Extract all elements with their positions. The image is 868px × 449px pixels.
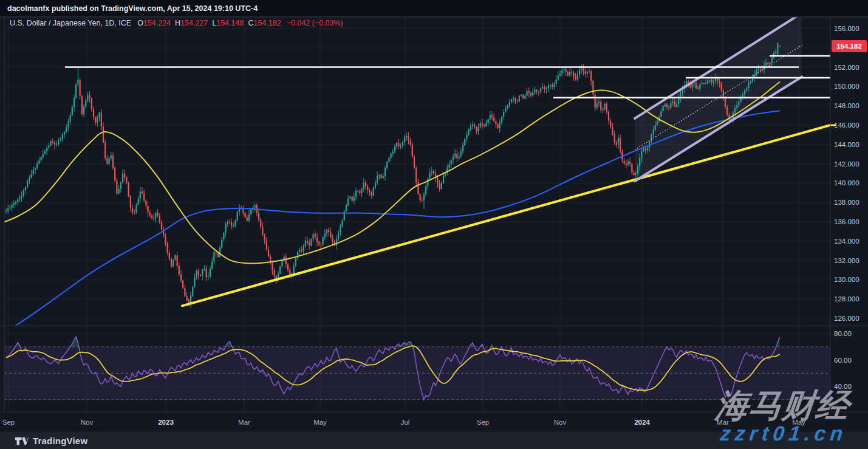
tradingview-snapshot: dacolmanfx published on TradingView.com,…: [0, 0, 868, 449]
rsi-axis-label: 80.00: [834, 330, 852, 337]
time-axis-label-2024: 2024: [634, 419, 650, 426]
price-axis-label: 144.000: [834, 141, 859, 148]
price-axis-label: 126.000: [834, 315, 859, 322]
price-axis-label: 134.000: [834, 238, 859, 245]
time-axis-label-mar: Mar: [238, 419, 250, 426]
change-value: −0.042 (−0.03%): [287, 19, 343, 27]
ohlc-c: C154.182: [248, 19, 281, 27]
tradingview-wordmark[interactable]: TradingView: [33, 436, 87, 446]
ohlc-l: L154.148: [212, 19, 244, 27]
price-axis-label: 156.000: [834, 25, 859, 32]
rsi-pane[interactable]: [4, 337, 830, 400]
time-axis-label-sep: Sep: [477, 419, 489, 426]
price-axis-label: 128.000: [834, 295, 859, 303]
price-axis-label: 142.000: [834, 160, 859, 168]
price-axis-label: 148.000: [834, 102, 859, 109]
candle-wicks-up: [6, 43, 777, 307]
time-axis-label-nov: Nov: [554, 419, 566, 426]
time-axis-label-sep: Sep: [2, 419, 15, 426]
price-axis-label: 140.000: [834, 179, 859, 187]
price-axis-label: 130.000: [834, 276, 859, 283]
price-axis-label: 138.000: [834, 199, 859, 206]
price-pane[interactable]: [0, 13, 830, 326]
ohlc-h: H154.227: [175, 19, 208, 27]
time-axis-label-2023: 2023: [158, 419, 174, 426]
rsi-axis-label: 60.00: [834, 357, 852, 364]
symbol-title: U.S. Dollar / Japanese Yen, 1D, ICE: [10, 19, 131, 27]
last-price-label: 154.182: [832, 40, 867, 52]
chart-legend[interactable]: U.S. Dollar / Japanese Yen, 1D, ICEO154.…: [10, 19, 343, 27]
time-axis-label-jul: Jul: [401, 419, 410, 426]
price-axis-label: 136.000: [834, 218, 859, 225]
tradingview-logo-icon[interactable]: [15, 436, 29, 446]
time-axis-label-nov: Nov: [81, 419, 93, 426]
support-trendline[interactable]: [182, 125, 830, 306]
price-axis-label: 132.000: [834, 257, 859, 264]
price-axis-label: 150.000: [834, 83, 859, 90]
watermark-domain: zzrt01.cn: [719, 422, 849, 445]
ohlc-o: O154.224: [137, 19, 171, 27]
candle-bodies-down: [52, 46, 781, 303]
chart-canvas[interactable]: [0, 0, 868, 449]
time-axis-label-may: May: [313, 419, 327, 426]
price-axis-label: 146.000: [834, 122, 859, 129]
price-axis-label: 152.000: [834, 64, 859, 71]
